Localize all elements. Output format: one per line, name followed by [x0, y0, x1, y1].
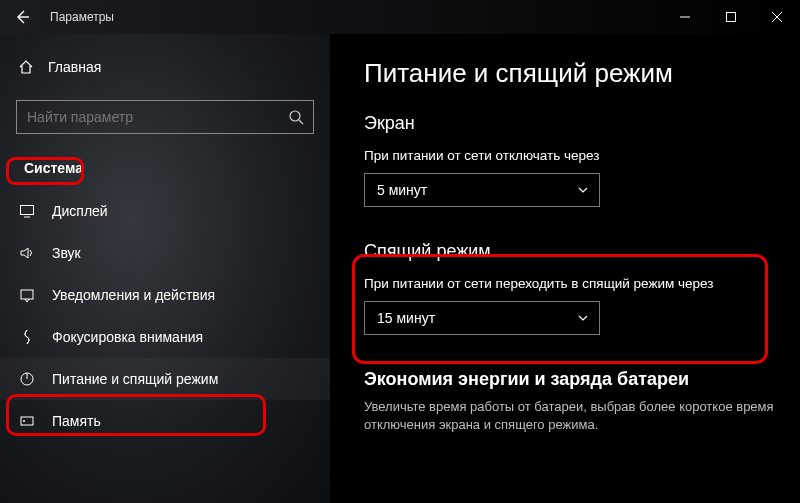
chevron-down-icon [577, 312, 589, 324]
battery-title: Экономия энергии и заряда батареи [364, 369, 800, 390]
sound-icon [18, 245, 36, 261]
sidebar-item-notifications[interactable]: Уведомления и действия [0, 274, 330, 316]
chevron-down-icon [577, 184, 589, 196]
sidebar-item-label: Звук [52, 245, 81, 261]
sidebar-item-display[interactable]: Дисплей [0, 190, 330, 232]
sleep-timeout-select[interactable]: 15 минут [364, 301, 600, 335]
notifications-icon [18, 287, 36, 303]
home-link[interactable]: Главная [0, 48, 330, 86]
power-icon [18, 371, 36, 387]
screen-title: Экран [364, 113, 800, 134]
maximize-icon [725, 11, 737, 23]
sidebar-item-label: Дисплей [52, 203, 108, 219]
svg-point-6 [23, 420, 25, 422]
svg-rect-0 [727, 13, 736, 22]
svg-rect-2 [21, 206, 34, 215]
search-icon [288, 109, 304, 125]
sidebar-item-power[interactable]: Питание и спящий режим [0, 358, 330, 400]
back-button[interactable] [0, 0, 44, 34]
battery-desc: Увеличьте время работы от батареи, выбра… [364, 398, 800, 434]
page-title: Питание и спящий режим [364, 58, 800, 89]
storage-icon [18, 413, 36, 429]
close-icon [771, 11, 783, 23]
maximize-button[interactable] [708, 0, 754, 34]
arrow-left-icon [14, 9, 30, 25]
search-input[interactable] [16, 100, 314, 134]
display-icon [18, 203, 36, 219]
sidebar-item-label: Память [52, 413, 101, 429]
window-title: Параметры [50, 10, 114, 24]
minimize-button[interactable] [662, 0, 708, 34]
sidebar-item-focus[interactable]: Фокусировка внимания [0, 316, 330, 358]
screen-timeout-select[interactable]: 5 минут [364, 173, 600, 207]
home-icon [18, 59, 34, 75]
screen-section: Экран При питании от сети отключать чере… [364, 113, 800, 207]
screen-setting-label: При питании от сети отключать через [364, 148, 800, 163]
svg-rect-5 [21, 417, 33, 425]
sidebar: Главная Система Дисплей Звук [0, 34, 330, 503]
sidebar-item-storage[interactable]: Память [0, 400, 330, 442]
sleep-section: Спящий режим При питании от сети переход… [364, 241, 800, 335]
home-label: Главная [48, 59, 101, 75]
sidebar-item-label: Уведомления и действия [52, 287, 215, 303]
focus-icon [18, 329, 36, 345]
sleep-setting-label: При питании от сети переходить в спящий … [364, 276, 800, 291]
sidebar-item-sound[interactable]: Звук [0, 232, 330, 274]
svg-rect-3 [21, 290, 33, 299]
sidebar-item-label: Питание и спящий режим [52, 371, 218, 387]
select-value: 15 минут [377, 310, 435, 326]
close-button[interactable] [754, 0, 800, 34]
svg-point-1 [290, 111, 300, 121]
sidebar-item-label: Фокусировка внимания [52, 329, 203, 345]
category-system[interactable]: Система [14, 156, 93, 180]
main-panel: Питание и спящий режим Экран При питании… [330, 34, 800, 503]
select-value: 5 минут [377, 182, 427, 198]
minimize-icon [679, 11, 691, 23]
battery-section: Экономия энергии и заряда батареи Увелич… [364, 369, 800, 434]
titlebar: Параметры [0, 0, 800, 34]
sleep-title: Спящий режим [364, 241, 800, 262]
